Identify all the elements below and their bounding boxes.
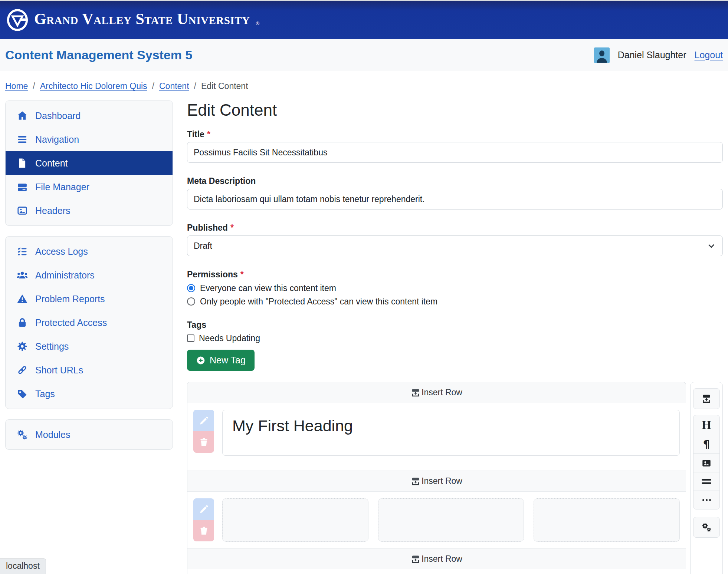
settings-tool-button[interactable] xyxy=(693,517,720,538)
sidebar-item-label: Dashboard xyxy=(35,110,81,121)
edit-row-button[interactable] xyxy=(193,410,214,431)
ellipsis-icon xyxy=(702,499,711,501)
edit-row-button[interactable] xyxy=(193,498,214,520)
title-label-text: Title xyxy=(187,129,204,139)
editor-toolbar: H ¶ xyxy=(690,382,723,574)
sidebar-item-settings[interactable]: Settings xyxy=(6,334,173,358)
editor-canvas: Insert Row My First Heading Insert Row xyxy=(187,382,686,574)
sidebar-group-admin: Access Logs Administrators Problem Repor… xyxy=(5,236,173,409)
new-tag-button[interactable]: New Tag xyxy=(187,350,255,371)
gears-icon xyxy=(701,522,712,532)
insert-row-tool-button[interactable] xyxy=(693,388,720,409)
sidebar-item-label: Navigation xyxy=(35,134,79,145)
list-check-icon xyxy=(16,246,29,257)
logout-link[interactable]: Logout xyxy=(695,50,723,60)
sidebar-item-file-manager[interactable]: File Manager xyxy=(6,175,173,199)
breadcrumb: Home / Architecto Hic Dolorem Quis / Con… xyxy=(0,71,728,100)
permission-option-protected: Only people with "Protected Access" can … xyxy=(187,296,723,307)
sidebar-item-headers[interactable]: Headers xyxy=(6,199,173,222)
sidebar-item-protected-access[interactable]: Protected Access xyxy=(6,311,173,334)
sidebar-item-label: File Manager xyxy=(35,182,89,192)
title-label: Title* xyxy=(187,129,723,139)
image-tool-button[interactable] xyxy=(693,453,720,472)
main-content: Edit Content Title* Possimus Facilis Sit… xyxy=(187,100,723,574)
insert-row-button-bottom[interactable]: Insert Row xyxy=(187,549,686,569)
published-value: Draft xyxy=(194,241,212,251)
link-icon xyxy=(16,364,29,376)
gvsu-logo-mark-icon xyxy=(6,9,29,32)
sidebar-group-modules: Modules xyxy=(5,419,173,450)
plus-circle-icon xyxy=(196,356,206,365)
editor-row-columns xyxy=(187,491,686,549)
editor-row-heading: My First Heading xyxy=(187,403,686,471)
breadcrumb-content[interactable]: Content xyxy=(159,81,189,91)
delete-row-button[interactable] xyxy=(193,520,214,541)
sidebar-item-label: Access Logs xyxy=(35,246,88,257)
chevron-down-icon xyxy=(706,241,716,251)
sidebar-item-content[interactable]: Content xyxy=(6,151,173,175)
needs-updating-checkbox[interactable] xyxy=(187,334,194,342)
more-tools-button[interactable] xyxy=(693,491,720,509)
radio-label: Everyone can view this content item xyxy=(200,283,336,293)
tag-option-needs-updating: Needs Updating xyxy=(187,333,723,344)
pencil-icon xyxy=(199,416,209,426)
heading-block[interactable]: My First Heading xyxy=(222,410,680,456)
sidebar-item-problem-reports[interactable]: Problem Reports xyxy=(6,287,173,311)
page-title: Edit Content xyxy=(187,100,723,120)
paragraph-tool-button[interactable]: ¶ xyxy=(693,435,720,454)
block-tools-group: H ¶ xyxy=(693,415,720,509)
heading-icon: H xyxy=(702,419,711,431)
radio-everyone[interactable] xyxy=(187,284,195,292)
sidebar-item-label: Protected Access xyxy=(35,317,107,328)
breadcrumb-current: Edit Content xyxy=(201,81,248,91)
insert-row-label: Insert Row xyxy=(422,387,462,397)
editor-canvas-clipped-area xyxy=(187,569,686,574)
sidebar-item-access-logs[interactable]: Access Logs xyxy=(6,240,173,263)
columns-container xyxy=(222,498,680,542)
empty-column-2[interactable] xyxy=(378,498,524,542)
radio-protected[interactable] xyxy=(187,297,195,306)
heading-tool-button[interactable]: H xyxy=(693,415,720,435)
user-avatar xyxy=(594,47,610,63)
trash-icon xyxy=(199,526,209,536)
menu-bars-icon xyxy=(16,134,29,145)
sidebar-item-dashboard[interactable]: Dashboard xyxy=(6,104,173,128)
checkbox-label: Needs Updating xyxy=(199,333,260,343)
breadcrumb-separator: / xyxy=(152,81,154,91)
sidebar-item-modules[interactable]: Modules xyxy=(6,423,173,446)
warning-triangle-icon xyxy=(16,293,29,304)
empty-column-3[interactable] xyxy=(534,498,680,542)
meta-description-label-text: Meta Description xyxy=(187,176,256,186)
person-icon xyxy=(595,49,609,63)
meta-description-label: Meta Description xyxy=(187,176,723,186)
insert-row-icon xyxy=(411,388,420,397)
insert-row-button-top[interactable]: Insert Row xyxy=(187,382,686,403)
tag-icon xyxy=(16,388,29,399)
breadcrumb-site[interactable]: Architecto Hic Dolorem Quis xyxy=(40,81,147,91)
title-value: Possimus Facilis Sit Necessitatibus xyxy=(194,148,327,158)
permission-option-everyone: Everyone can view this content item xyxy=(187,282,723,294)
sidebar-item-label: Administrators xyxy=(35,270,95,281)
gear-icon xyxy=(16,341,29,352)
top-banner: Grand Valley State University® xyxy=(0,0,728,39)
insert-row-button-middle[interactable]: Insert Row xyxy=(187,471,686,491)
empty-column-1[interactable] xyxy=(222,498,368,542)
status-bar: localhost xyxy=(0,558,46,574)
published-select[interactable]: Draft xyxy=(187,235,723,256)
divider-tool-button[interactable] xyxy=(693,472,720,491)
delete-row-button[interactable] xyxy=(193,431,214,453)
insert-row-label: Insert Row xyxy=(422,476,462,486)
required-marker: * xyxy=(207,129,210,139)
gvsu-logo-text: Grand Valley State University xyxy=(34,11,250,29)
user-area: Daniel Slaughter Logout xyxy=(594,47,723,63)
sidebar-item-tags[interactable]: Tags xyxy=(6,382,173,406)
title-input[interactable]: Possimus Facilis Sit Necessitatibus xyxy=(187,142,723,163)
sidebar-item-administrators[interactable]: Administrators xyxy=(6,263,173,287)
home-icon xyxy=(16,110,29,121)
sidebar-item-short-urls[interactable]: Short URLs xyxy=(6,358,173,382)
meta-description-input[interactable]: Dicta laboriosam qui ullam totam nobis t… xyxy=(187,189,723,210)
row-controls xyxy=(193,498,214,541)
tags-label: Tags xyxy=(187,320,723,330)
breadcrumb-home[interactable]: Home xyxy=(5,81,28,91)
sidebar-item-navigation[interactable]: Navigation xyxy=(6,128,173,151)
